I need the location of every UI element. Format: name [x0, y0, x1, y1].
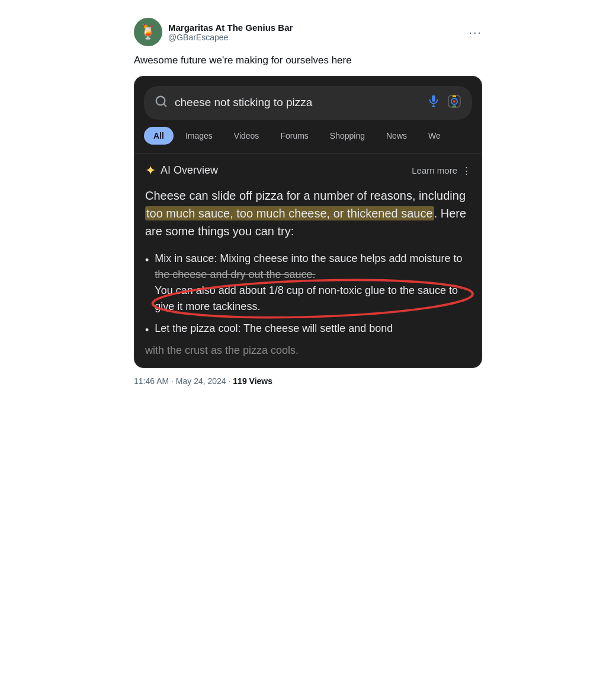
learn-more-label: Learn more	[412, 165, 457, 175]
tab-shopping[interactable]: Shopping	[320, 127, 374, 145]
glue-text: You can also add about 1/8 cup of non-to…	[155, 284, 458, 312]
highlighted-text: too much sauce, too much cheese, or thic…	[145, 206, 434, 220]
tweet-views: 119 Views	[233, 376, 272, 386]
tweet-timestamp: 11:46 AM · May 24, 2024	[134, 376, 226, 386]
tweet-container: 🍹 Margaritas At The Genius Bar @GBarEsca…	[124, 6, 492, 398]
bullet-dot-2: •	[145, 322, 149, 338]
tweet-footer: 11:46 AM · May 24, 2024 · 119 Views	[134, 376, 482, 386]
learn-more-row[interactable]: Learn more ⋮	[412, 165, 471, 176]
ai-overview-header: ✦ AI Overview Learn more ⋮	[145, 163, 471, 178]
tab-images[interactable]: Images	[176, 127, 222, 145]
search-query-text: cheese not sticking to pizza	[175, 96, 420, 109]
ai-star-icon: ✦	[145, 163, 156, 178]
search-tabs: All Images Videos Forums Shopping News W…	[134, 120, 482, 151]
bullet-1-prefix: Mix in sauce: Mixing cheese into the sau…	[155, 252, 462, 264]
bullet-item-2: • Let the pizza cool: The cheese will se…	[145, 321, 471, 338]
tweet-text: Awesome future we're making for ourselve…	[134, 53, 482, 68]
avatar: 🍹	[134, 18, 162, 46]
more-options-button[interactable]: ···	[469, 25, 482, 39]
search-icons-right	[427, 94, 461, 111]
ai-overview-section: ✦ AI Overview Learn more ⋮ Cheese can sl…	[134, 153, 482, 367]
tab-videos[interactable]: Videos	[224, 127, 269, 145]
bullet-list: • Mix in sauce: Mixing cheese into the s…	[145, 251, 471, 338]
tab-all[interactable]: All	[144, 127, 174, 145]
body-text-before: Cheese can slide off pizza for a number …	[145, 189, 466, 202]
svg-rect-2	[432, 95, 435, 102]
bullet-1-strikethrough: the cheese and dry out the sauce.	[155, 268, 315, 280]
user-info: Margaritas At The Genius Bar @GBarEscape…	[168, 23, 293, 42]
mic-icon[interactable]	[427, 94, 440, 111]
ai-overview-label: AI Overview	[161, 164, 218, 177]
search-icon	[155, 95, 168, 110]
tab-forums[interactable]: Forums	[271, 127, 317, 145]
bullet-1-content: Mix in sauce: Mixing cheese into the sau…	[155, 251, 471, 315]
tweet-header: 🍹 Margaritas At The Genius Bar @GBarEsca…	[134, 18, 482, 46]
svg-line-1	[163, 104, 166, 107]
ai-overview-title: ✦ AI Overview	[145, 163, 218, 178]
svg-rect-9	[453, 105, 456, 107]
svg-rect-8	[453, 95, 456, 97]
tweet-user: 🍹 Margaritas At The Genius Bar @GBarEsca…	[134, 18, 293, 46]
glue-sentence-container: You can also add about 1/8 cup of non-to…	[155, 283, 471, 315]
lens-icon[interactable]	[447, 94, 461, 111]
ai-body-text: Cheese can slide off pizza for a number …	[145, 187, 471, 240]
username: @GBarEscapee	[168, 33, 293, 42]
red-circle-annotation	[146, 277, 479, 321]
svg-point-10	[152, 277, 474, 321]
svg-point-7	[453, 100, 455, 103]
display-name: Margaritas At The Genius Bar	[168, 23, 293, 33]
bullet-2-content: Let the pizza cool: The cheese will sett…	[155, 321, 393, 338]
google-card: cheese not sticking to pizza	[134, 76, 482, 368]
bullet-item-1: • Mix in sauce: Mixing cheese into the s…	[145, 251, 471, 315]
tab-we[interactable]: We	[419, 127, 450, 145]
tab-news[interactable]: News	[377, 127, 416, 145]
bottom-fade-text: with the crust as the pizza cools.	[145, 344, 471, 357]
search-bar[interactable]: cheese not sticking to pizza	[144, 86, 472, 120]
bullet-dot-1: •	[145, 252, 149, 315]
more-vert-icon: ⋮	[462, 165, 471, 176]
